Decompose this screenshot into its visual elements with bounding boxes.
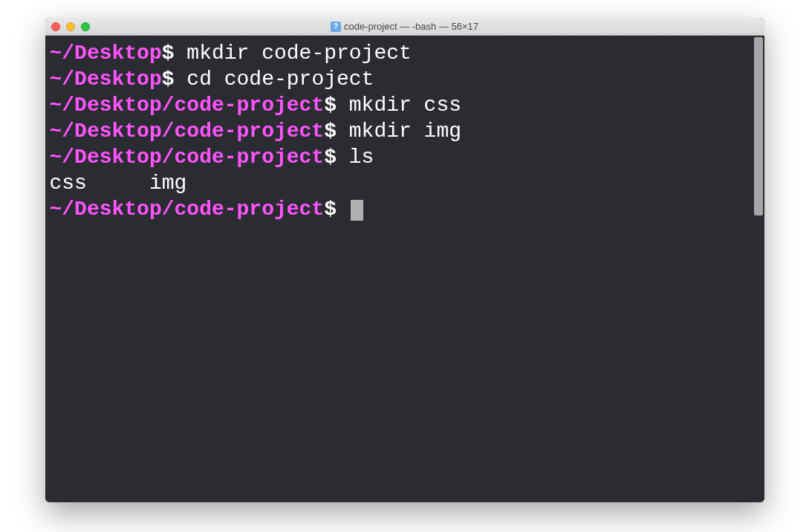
- prompt-path: ~/Desktop/code-project: [50, 198, 325, 221]
- command-text: ls: [337, 146, 374, 169]
- prompt-dollar: $: [324, 146, 337, 169]
- prompt-path: ~/Desktop: [50, 68, 162, 91]
- command-text: mkdir code-project: [175, 42, 412, 65]
- command-text: mkdir css: [337, 94, 461, 117]
- prompt-dollar: $: [324, 120, 337, 143]
- prompt-path: ~/Desktop: [50, 42, 162, 65]
- terminal-window: ? code-project — -bash — 56×17 ~/Desktop…: [45, 18, 764, 502]
- terminal-line: ~/Desktop$ cd code-project: [50, 66, 760, 92]
- command-text: [337, 198, 349, 221]
- terminal-line: ~/Desktop/code-project$ ls: [50, 144, 760, 170]
- close-button[interactable]: [51, 22, 60, 31]
- terminal-output: css img: [50, 170, 760, 196]
- scrollbar-thumb[interactable]: [754, 37, 763, 215]
- command-text: cd code-project: [175, 68, 374, 91]
- prompt-path: ~/Desktop/code-project: [50, 146, 325, 169]
- document-icon: ?: [331, 22, 341, 32]
- terminal-line: ~/Desktop$ mkdir code-project: [50, 40, 760, 66]
- prompt-path: ~/Desktop/code-project: [50, 94, 325, 117]
- traffic-lights: [51, 22, 90, 31]
- prompt-dollar: $: [324, 94, 337, 117]
- terminal-line: ~/Desktop/code-project$ mkdir img: [50, 118, 760, 144]
- terminal-current-line: ~/Desktop/code-project$: [50, 196, 760, 222]
- cursor: [351, 200, 363, 221]
- prompt-dollar: $: [162, 42, 175, 65]
- prompt-dollar: $: [162, 68, 175, 91]
- scrollbar[interactable]: [753, 36, 764, 502]
- prompt-dollar: $: [324, 198, 337, 221]
- terminal-line: ~/Desktop/code-project$ mkdir css: [50, 92, 760, 118]
- command-text: mkdir img: [337, 120, 461, 143]
- window-title: ? code-project — -bash — 56×17: [45, 18, 764, 35]
- minimize-button[interactable]: [66, 22, 75, 31]
- prompt-path: ~/Desktop/code-project: [50, 120, 325, 143]
- window-titlebar[interactable]: ? code-project — -bash — 56×17: [45, 18, 764, 36]
- terminal-area[interactable]: ~/Desktop$ mkdir code-project ~/Desktop$…: [45, 36, 764, 502]
- window-title-text: code-project — -bash — 56×17: [344, 21, 478, 32]
- maximize-button[interactable]: [81, 22, 90, 31]
